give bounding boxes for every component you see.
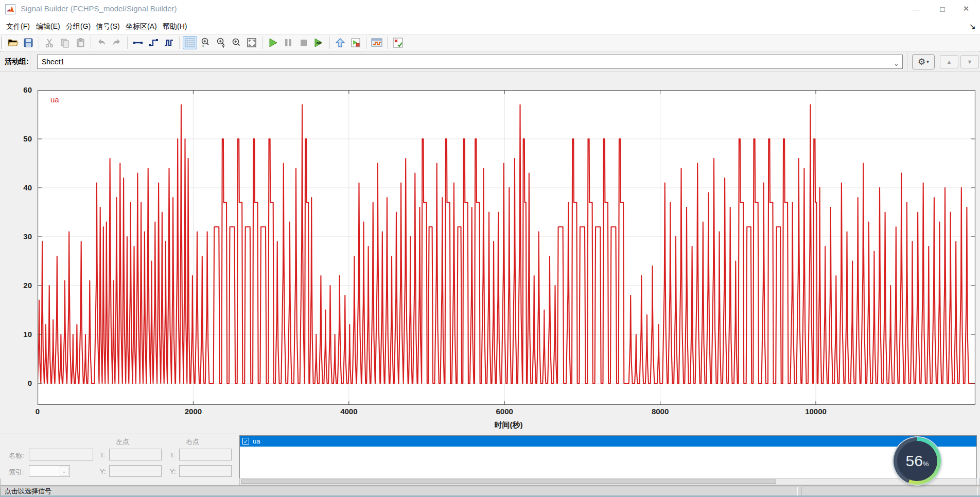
maximize-button[interactable]: □ <box>931 0 954 17</box>
scrollbar-thumb[interactable] <box>241 480 776 484</box>
x-tick-label: 8000 <box>640 407 681 416</box>
draw-line-mode-button[interactable] <box>131 36 145 49</box>
move-group-down-button[interactable]: ▼ <box>960 55 979 68</box>
up-arrow-icon <box>335 37 346 48</box>
step-signal-icon <box>148 37 159 48</box>
active-group-bar: 活动组: Sheet1 ⌄ ⚙ ▾ ▲ ▼ <box>0 52 980 72</box>
active-group-label: 活动组: <box>5 57 29 66</box>
x-tick-label: 4000 <box>328 407 370 416</box>
chevron-down-icon[interactable]: ⌄ <box>60 467 68 475</box>
active-group-value: Sheet1 <box>42 58 64 66</box>
menu-edit[interactable]: 编辑(E) <box>33 21 63 32</box>
left-point-header: 左点 <box>107 437 138 447</box>
point-edit-panel: 名称: 索引: ⌄ 左点 T: Y: 右点 T: Y: ✓ ua <box>0 434 980 478</box>
menu-group[interactable]: 分组(G) <box>63 21 94 32</box>
matlab-app-icon <box>5 4 15 14</box>
right-y-field[interactable] <box>179 465 232 477</box>
menu-help[interactable]: 帮助(H) <box>160 21 190 32</box>
up-triangle-icon: ▲ <box>947 59 952 65</box>
go-to-parent-button[interactable] <box>333 36 347 49</box>
title-bar: Signal Builder (FCHPS_model/Signal Build… <box>0 0 980 19</box>
x-tick-label: 0 <box>17 407 58 416</box>
simulink-run-icon <box>350 37 361 48</box>
menu-axes[interactable]: 坐标区(A) <box>122 21 160 32</box>
menu-signal[interactable]: 信号(S) <box>93 21 123 32</box>
undo-button[interactable] <box>94 36 109 49</box>
signal-display-button[interactable] <box>370 36 384 49</box>
zoom-time-button[interactable]: T <box>198 36 213 49</box>
menu-file[interactable]: 文件(F) <box>3 21 33 32</box>
toolbar-separator <box>329 37 330 49</box>
pause-icon <box>283 38 293 48</box>
scope-icon <box>371 37 383 48</box>
zoom-y-button[interactable]: Y <box>214 36 228 49</box>
folder-open-icon <box>7 37 19 48</box>
check-matrix-icon <box>392 37 404 48</box>
run-button[interactable] <box>266 36 280 49</box>
x-axis-title: 时间(秒) <box>467 420 550 430</box>
toolbar-grip <box>1 37 4 49</box>
left-y-label: Y: <box>100 468 106 475</box>
divider <box>30 53 30 70</box>
battery-percent-overlay: 56 % <box>894 437 941 485</box>
active-group-combo[interactable]: Sheet1 ⌄ <box>37 55 903 69</box>
draw-pulse-mode-button[interactable] <box>162 36 176 49</box>
save-icon <box>23 38 33 48</box>
toolbar-overflow-icon[interactable]: ↘ <box>969 22 976 31</box>
move-group-up-button[interactable]: ▲ <box>940 55 958 68</box>
toolbar-separator <box>91 37 91 49</box>
right-t-label: T: <box>170 451 175 459</box>
signal-label-ua[interactable]: ua <box>50 95 59 104</box>
plot-area[interactable] <box>38 90 975 405</box>
minimize-button[interactable]: — <box>905 0 929 17</box>
index-dropdown[interactable]: ⌄ <box>29 465 70 477</box>
open-button[interactable] <box>6 36 20 49</box>
y-tick-label: 20 <box>0 281 32 290</box>
battery-percent-circle: 56 % <box>897 441 937 481</box>
left-y-field[interactable] <box>109 465 162 477</box>
y-tick-label: 10 <box>0 330 32 339</box>
signal-list[interactable]: ✓ ua <box>239 435 977 478</box>
fit-to-view-button[interactable] <box>244 36 259 49</box>
toolbar-separator <box>387 37 388 49</box>
left-t-field[interactable] <box>109 449 162 460</box>
toolbar-separator <box>366 37 366 49</box>
chevron-down-icon[interactable]: ⌄ <box>894 57 899 70</box>
run-all-button[interactable]: all <box>312 36 326 49</box>
stop-icon <box>299 38 309 48</box>
redo-button[interactable] <box>110 36 124 49</box>
line-segment-icon <box>132 37 144 48</box>
paste-icon <box>75 38 85 48</box>
chevron-down-icon: ▾ <box>926 59 929 64</box>
zoom-in-button[interactable] <box>229 36 243 49</box>
toolbar-separator <box>262 37 262 49</box>
snap-grid-button[interactable] <box>183 36 197 49</box>
save-button[interactable] <box>21 36 36 49</box>
window-title: Signal Builder (FCHPS_model/Signal Build… <box>21 4 177 13</box>
close-button[interactable]: ✕ <box>954 0 978 17</box>
zoom-x-icon: T <box>200 37 211 48</box>
divider <box>907 53 907 70</box>
stop-button[interactable] <box>296 36 311 49</box>
output-settings-button[interactable] <box>391 36 405 49</box>
zoom-in-icon <box>231 37 242 48</box>
checkbox-checked-icon[interactable]: ✓ <box>242 438 249 445</box>
right-t-field[interactable] <box>179 449 232 460</box>
toolbar-separator <box>127 37 128 49</box>
percent-sign: % <box>923 460 929 468</box>
draw-step-mode-button[interactable] <box>146 36 161 49</box>
group-settings-button[interactable]: ⚙ ▾ <box>912 54 935 69</box>
signal-builder-window: Signal Builder (FCHPS_model/Signal Build… <box>0 0 980 497</box>
y-tick-label: 0 <box>0 379 32 387</box>
cut-button[interactable] <box>42 36 57 49</box>
open-model-button[interactable] <box>348 36 363 49</box>
right-y-label: Y: <box>170 468 176 475</box>
paste-button[interactable] <box>73 36 87 49</box>
copy-button[interactable] <box>58 36 72 49</box>
status-right-panel <box>801 487 978 496</box>
signal-plot[interactable] <box>38 90 975 405</box>
horizontal-scrollbar[interactable] <box>239 478 977 485</box>
name-field[interactable] <box>29 449 93 460</box>
signal-list-row-ua[interactable]: ✓ ua <box>240 436 976 447</box>
pause-button[interactable] <box>281 36 295 49</box>
